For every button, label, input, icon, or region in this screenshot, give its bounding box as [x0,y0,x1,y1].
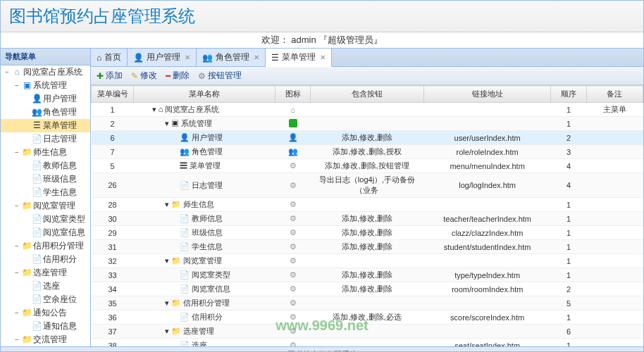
expand-icon[interactable]: ▾ [152,105,156,113]
nav-item[interactable]: −📁师生信息 [1,146,90,159]
expand-icon[interactable]: ▾ [165,200,169,208]
nav-item[interactable]: 📄学生信息 [1,186,90,199]
table-row[interactable]: 1▾ ⌂ 阅览室占座系统⌂1主菜单 [92,103,643,117]
cell-buttons: 添加,修改,删除 [311,131,424,145]
nav-item[interactable]: −📁选座管理 [1,266,90,279]
close-icon[interactable]: ✕ [254,54,259,61]
column-header[interactable]: 菜单名称 [134,86,275,103]
nav-item[interactable]: 📄选座 [1,279,90,293]
cell-id: 32 [92,254,134,268]
expand-icon[interactable]: ▾ [165,327,169,335]
nav-tree[interactable]: −⌂阅览室占座系统−▣系统管理👤用户管理👥角色管理☰菜单管理📄日志管理−📁师生信… [1,65,90,346]
cell-note [586,339,643,347]
expand-icon[interactable]: − [13,80,20,92]
node-icon: 📄 [32,320,42,332]
toolbar-button[interactable]: ✚添加 [97,70,123,82]
cell-url: type/typeIndex.htm [423,268,551,282]
cell-url: menu/menuIndex.htm [423,159,551,173]
node-icon: 📄 [32,227,42,239]
nav-item[interactable]: 📄通知信息 [1,320,90,333]
toolbar-button[interactable]: ━删除 [166,70,190,82]
table-row[interactable]: 26 📄 日志管理⚙导出日志（log4j）,手动备份（业务log/logInde… [92,173,643,198]
node-icon: 👥 [32,106,42,118]
close-icon[interactable]: ✕ [185,54,190,61]
column-header[interactable]: 包含按钮 [311,86,424,103]
nav-item[interactable]: ☰菜单管理 [1,119,90,132]
table-row[interactable]: 36 📄 信用积分⚙添加,修改,删除,必选score/scoreIndex.ht… [92,310,643,325]
cell-order: 1 [551,254,586,268]
nav-item[interactable]: −📁通知公告 [1,306,90,320]
table-row[interactable]: 34 📄 阅览室信息⚙添加,修改,删除room/roomIndex.htm2 [92,282,643,296]
nav-item[interactable]: −📁阅览室管理 [1,199,90,213]
table-row[interactable]: 29 📄 班级信息⚙添加,修改,删除clazz/clazzIndex.htm1 [92,226,643,240]
expand-icon[interactable]: ▾ [165,119,169,127]
nav-item[interactable]: −⌂阅览室占座系统 [1,65,90,79]
expand-icon[interactable]: − [13,240,20,252]
tab[interactable]: 👥角色管理✕ [197,49,266,66]
expand-icon[interactable]: − [13,307,20,319]
close-icon[interactable]: ✕ [320,54,326,61]
tab[interactable]: ☰菜单管理✕ [266,49,332,67]
nav-item[interactable]: −📁信用积分管理 [1,239,90,253]
nav-item[interactable]: 👤用户管理 [1,92,90,106]
tab[interactable]: ⌂首页 [91,49,128,66]
table-row[interactable]: 5 ☰ 菜单管理⚙添加,修改,删除,按钮管理menu/menuIndex.htm… [92,159,643,173]
nav-item[interactable]: 📄教师信息 [1,159,90,172]
table-row[interactable]: 32▾ 📁 阅览室管理⚙1 [92,254,643,268]
table-row[interactable]: 6 👤 用户管理👤添加,修改,删除user/userIndex.htm2 [92,131,643,145]
nav-item[interactable]: 📄日志管理 [1,132,90,146]
nav-item[interactable]: −▣系统管理 [1,79,90,92]
cell-id: 28 [92,198,134,212]
cell-note [586,145,643,159]
cell-buttons: 添加,修改,删除 [311,226,424,240]
tab-icon: 👤 [133,53,144,63]
welcome-role: 『超级管理员』 [318,34,383,45]
table-row[interactable]: 37▾ 📁 选座管理⚙6 [92,325,643,339]
column-header[interactable]: 链接地址 [423,86,551,103]
table-row[interactable]: 7 👥 角色管理👥添加,修改,删除,授权role/roleIndex.htm3 [92,145,643,159]
cell-order: 6 [551,325,586,339]
cell-url: log/logIndex.htm [423,173,551,198]
column-header[interactable]: 备注 [586,86,643,103]
app-title: 图书馆预约占座管理系统 [1,1,643,32]
cell-id: 5 [92,159,134,173]
nav-item[interactable]: 📄信用积分 [1,253,90,266]
cell-icon: ⚙ [275,226,310,240]
node-label: 角色管理 [43,107,77,117]
expand-icon[interactable]: − [13,146,20,158]
nav-item[interactable]: 👥角色管理 [1,106,90,119]
cell-note [586,159,643,173]
nav-item[interactable]: 📄班级信息 [1,172,90,186]
expand-icon[interactable]: ▾ [165,298,169,307]
column-header[interactable]: 图标 [275,86,310,103]
cell-buttons [311,254,424,268]
menu-grid: 菜单编号菜单名称图标包含按钮链接地址顺序备注 1▾ ⌂ 阅览室占座系统⌂1主菜单… [91,85,643,346]
table-row[interactable]: 35▾ 📁 信用积分管理⚙5 [92,296,643,310]
expand-icon[interactable]: − [13,267,20,279]
toolbar-button[interactable]: ✎修改 [131,70,157,82]
column-header[interactable]: 菜单编号 [92,86,134,103]
expand-icon[interactable]: − [13,334,20,346]
nav-item[interactable]: 📄阅览室类型 [1,213,90,226]
nav-item[interactable]: −📁交流管理 [1,333,90,346]
welcome-prefix: 欢迎： [261,34,289,45]
table-row[interactable]: 30 📄 教师信息⚙添加,修改,删除teacher/teacherIndex.h… [92,212,643,226]
row-icon: 👤 [180,133,190,142]
expand-icon[interactable]: ▾ [165,256,169,265]
table-row[interactable]: 28▾ 📁 师生信息⚙1 [92,198,643,212]
nav-item[interactable]: 📄空余座位 [1,293,90,306]
expand-icon[interactable]: − [4,66,11,78]
column-header[interactable]: 顺序 [551,86,586,103]
cell-url: seat/seatIndex.htm [423,339,551,347]
cell-icon: ⌂ [275,103,310,117]
expand-icon[interactable]: − [13,200,20,212]
cell-icon: ⚙ [275,296,310,310]
cell-id: 7 [92,145,134,159]
table-row[interactable]: 38 📄 选座⚙seat/seatIndex.htm1 [92,339,643,347]
table-row[interactable]: 33 📄 阅览室类型⚙添加,修改,删除type/typeIndex.htm1 [92,268,643,282]
table-row[interactable]: 31 📄 学生信息⚙添加,修改,删除student/studentIndex.h… [92,240,643,254]
tab[interactable]: 👤用户管理✕ [128,49,197,66]
toolbar-button[interactable]: ⚙按钮管理 [198,70,242,82]
table-row[interactable]: 2▾ ▣ 系统管理1 [92,117,643,131]
nav-item[interactable]: 📄阅览室信息 [1,226,90,239]
